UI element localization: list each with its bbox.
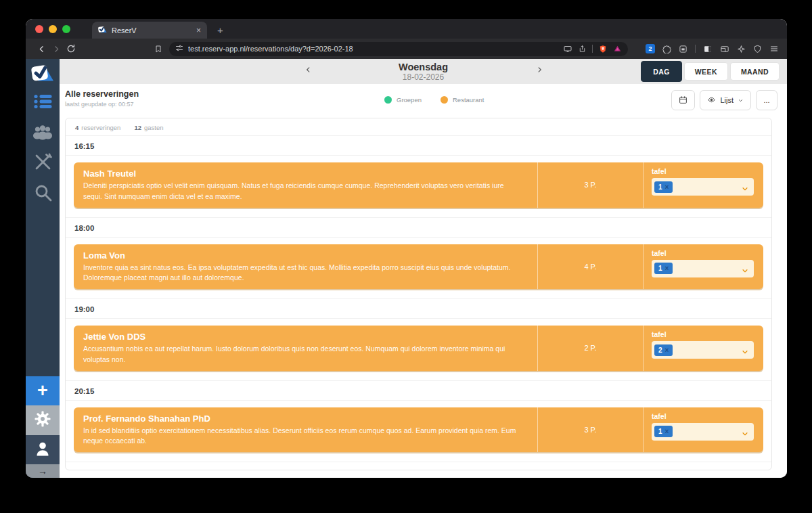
table-column: tafel 2 × bbox=[643, 326, 763, 371]
arrow-right-icon: → bbox=[38, 466, 47, 476]
persons-count: 4 P. bbox=[537, 244, 643, 290]
app-logo[interactable] bbox=[26, 59, 60, 87]
url-text[interactable]: test.reserv-app.nl/reservations/day?d=20… bbox=[188, 45, 353, 53]
summary-bar: 4reserveringen 12gasten bbox=[66, 118, 771, 136]
brave-shield-icon[interactable] bbox=[599, 45, 607, 53]
zoom-window-button[interactable] bbox=[62, 25, 70, 33]
table-select[interactable]: 1 × bbox=[652, 423, 754, 441]
extension-icon[interactable] bbox=[662, 45, 671, 53]
reservation-list: 16:15 Nash Treutel Deleniti perspiciatis… bbox=[66, 136, 771, 462]
time-slot-cards: Nash Treutel Deleniti perspiciatis optio… bbox=[66, 156, 771, 218]
table-tag: 1 × bbox=[654, 181, 673, 193]
reservation-info: Nash Treutel Deleniti perspiciatis optio… bbox=[74, 162, 537, 208]
date-navigation-bar: Woensdag 18-02-2026 DAG WEEK MAAND bbox=[60, 59, 787, 84]
wallet-icon[interactable] bbox=[720, 45, 729, 53]
sidebar-spacer bbox=[26, 209, 60, 376]
add-reservation-button[interactable]: + bbox=[26, 376, 60, 405]
list-view-dropdown[interactable]: Lijst bbox=[700, 90, 751, 110]
table-label: tafel bbox=[652, 330, 754, 338]
back-icon[interactable] bbox=[34, 45, 49, 53]
table-label: tafel bbox=[652, 249, 754, 257]
site-settings-icon[interactable] bbox=[175, 44, 183, 53]
groups-color-dot bbox=[384, 96, 392, 104]
remove-table-icon[interactable]: × bbox=[665, 428, 669, 435]
restaurant-icon bbox=[34, 153, 52, 174]
person-icon bbox=[35, 441, 51, 460]
menu-icon[interactable] bbox=[769, 45, 779, 53]
guests-count-label: gasten bbox=[144, 124, 164, 131]
table-column: tafel 1 × bbox=[643, 407, 763, 453]
persons-count: 3 P. bbox=[537, 407, 643, 453]
share-icon[interactable] bbox=[579, 45, 586, 53]
sidebar-item-groups[interactable] bbox=[26, 118, 60, 148]
table-select[interactable]: 2 × bbox=[652, 341, 754, 359]
more-options-button[interactable]: ... bbox=[756, 90, 777, 110]
settings-button[interactable] bbox=[26, 405, 60, 435]
forward-icon[interactable] bbox=[49, 45, 64, 53]
account-button[interactable] bbox=[26, 435, 60, 464]
calendar-icon bbox=[679, 95, 687, 106]
view-button-month[interactable]: MAAND bbox=[730, 62, 780, 81]
view-button-week[interactable]: WEEK bbox=[684, 62, 728, 81]
reservation-card[interactable]: Nash Treutel Deleniti perspiciatis optio… bbox=[74, 162, 763, 208]
remove-table-icon[interactable]: × bbox=[665, 183, 669, 191]
leo-sparkle-icon[interactable] bbox=[737, 45, 746, 53]
table-select[interactable]: 1 × bbox=[652, 260, 754, 277]
reservations-summary: 4reserveringen bbox=[75, 124, 120, 131]
content-area: 4reserveringen 12gasten 16:15 Nash Treut… bbox=[60, 118, 787, 478]
sidebar-toggle-icon[interactable] bbox=[703, 45, 713, 53]
list-icon bbox=[34, 94, 52, 112]
reservation-card[interactable]: Jettie Von DDS Accusantium nobis ea aut … bbox=[74, 326, 763, 371]
table-tag: 1 × bbox=[654, 263, 673, 274]
reservation-note: Inventore quia ea sint natus eos. Ea ips… bbox=[83, 263, 523, 284]
extension-badge-icon[interactable]: 2 bbox=[646, 44, 655, 53]
screenshot-extension-icon[interactable] bbox=[679, 45, 687, 53]
tab-close-icon[interactable]: × bbox=[196, 26, 201, 35]
reservation-card[interactable]: Loma Von Inventore quia ea sint natus eo… bbox=[74, 244, 763, 290]
minimize-window-button[interactable] bbox=[49, 25, 57, 33]
collapse-sidebar-button[interactable]: → bbox=[26, 464, 60, 478]
people-icon bbox=[32, 124, 53, 143]
sidebar-item-restaurant[interactable] bbox=[26, 148, 60, 179]
table-number: 1 bbox=[658, 428, 662, 435]
tab-share-icon[interactable] bbox=[563, 45, 572, 53]
browser-tab[interactable]: ReserV × bbox=[92, 22, 207, 39]
tab-strip: ReserV × + bbox=[26, 19, 787, 39]
brave-rewards-icon[interactable] bbox=[613, 45, 622, 53]
guest-name: Loma Von bbox=[83, 250, 528, 261]
close-window-button[interactable] bbox=[35, 25, 43, 33]
reload-icon[interactable] bbox=[64, 44, 78, 53]
reservations-count-label: reserveringen bbox=[81, 124, 120, 131]
address-bar[interactable]: test.reserv-app.nl/reservations/day?d=20… bbox=[169, 42, 628, 56]
window-controls bbox=[35, 25, 70, 33]
legend-label: Groepen bbox=[397, 96, 422, 104]
privacy-shield-icon[interactable] bbox=[753, 45, 762, 53]
next-day-button[interactable] bbox=[536, 65, 543, 77]
persons-count: 3 P. bbox=[537, 162, 643, 208]
sidebar-item-search[interactable] bbox=[26, 179, 60, 209]
view-button-day[interactable]: DAG bbox=[641, 61, 682, 82]
table-number: 2 bbox=[658, 347, 662, 354]
reservations-count: 4 bbox=[75, 124, 78, 131]
reservation-info: Prof. Fernando Shanahan PhD In id sed bl… bbox=[74, 407, 537, 453]
reservation-note: Accusantium nobis ea aut repellat harum.… bbox=[83, 344, 523, 365]
table-column: tafel 1 × bbox=[643, 244, 763, 290]
remove-table-icon[interactable]: × bbox=[665, 347, 669, 354]
time-section: 18:00 Loma Von Inventore quia ea sint na… bbox=[66, 218, 771, 300]
time-section: 20:15 Prof. Fernando Shanahan PhD In id … bbox=[66, 381, 771, 463]
bookmark-icon[interactable] bbox=[154, 45, 162, 53]
divider bbox=[695, 45, 696, 53]
reservation-info: Jettie Von DDS Accusantium nobis ea aut … bbox=[74, 326, 537, 371]
remove-table-icon[interactable]: × bbox=[665, 265, 669, 272]
new-tab-button[interactable]: + bbox=[217, 24, 223, 36]
legend: Groepen Restaurant bbox=[384, 96, 484, 104]
reservation-card[interactable]: Prof. Fernando Shanahan PhD In id sed bl… bbox=[74, 407, 763, 453]
reservations-panel: 4reserveringen 12gasten 16:15 Nash Treut… bbox=[65, 118, 772, 470]
table-select[interactable]: 1 × bbox=[652, 178, 754, 196]
reservation-info: Loma Von Inventore quia ea sint natus eo… bbox=[74, 244, 537, 290]
guests-summary: 12gasten bbox=[134, 124, 163, 131]
table-tag: 2 × bbox=[654, 344, 673, 356]
sidebar-item-reservations[interactable] bbox=[26, 87, 60, 118]
gear-icon bbox=[35, 411, 51, 430]
calendar-button[interactable] bbox=[671, 90, 695, 110]
